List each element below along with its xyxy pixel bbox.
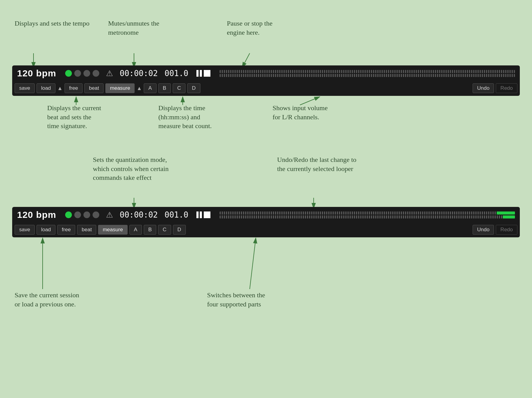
annotation-beat-signature: Displays the currentbeat and sets thetim… (47, 103, 101, 131)
save-button-2[interactable]: save (15, 225, 35, 235)
beat-circle-2-2 (74, 211, 81, 218)
measure-display-2: 001.0 (164, 210, 188, 219)
pause-bar-right-2 (200, 211, 202, 218)
b-button-1[interactable]: B (158, 83, 171, 93)
transport-bottom-1: save load ▲ free beat measure ▲ A B C D … (12, 81, 520, 95)
undo-button-2[interactable]: Undo (473, 225, 494, 235)
pause-bar-left-2 (196, 211, 199, 218)
vu-row-top-2 (220, 211, 515, 215)
beat-circle-4 (93, 70, 99, 77)
transport-top-1: 120 bpm ⚠ 00:00:02 001.0 (12, 65, 520, 81)
beat-circle-1 (65, 70, 72, 77)
vu-row-top-1 (220, 70, 515, 73)
beat-button-2[interactable]: beat (77, 225, 96, 235)
beat-circle-2-3 (83, 211, 90, 218)
up-arrow-1: ▲ (57, 85, 63, 92)
save-button-1[interactable]: save (15, 83, 35, 93)
stop-button-1[interactable] (204, 70, 210, 77)
stop-button-2[interactable] (204, 211, 210, 218)
measure-button-1[interactable]: measure (105, 83, 135, 93)
metronome-icon-2[interactable]: ⚠ (106, 210, 113, 220)
bpm-display-2[interactable]: 120 bpm (17, 210, 60, 220)
pause-button-2[interactable] (196, 211, 202, 218)
transport-bar-1: 120 bpm ⚠ 00:00:02 001.0 (12, 65, 520, 96)
annotation-tempo: Displays and sets the tempo (15, 19, 90, 28)
beat-circles-1 (65, 70, 99, 77)
free-button-1[interactable]: free (65, 83, 83, 93)
beat-circle-2 (74, 70, 81, 77)
redo-button-1[interactable]: Redo (496, 83, 517, 93)
pause-button-1[interactable] (196, 70, 202, 77)
d-button-2[interactable]: D (173, 225, 186, 235)
transport-controls-2 (196, 211, 210, 218)
time-display-1: 00:00:02 (120, 69, 158, 78)
annotation-parts: Switches between thefour supported parts (207, 291, 265, 309)
beat-circle-3 (83, 70, 90, 77)
measure-display-1: 001.0 (164, 69, 188, 78)
beat-button-1[interactable]: beat (84, 83, 104, 93)
transport-controls-1 (196, 70, 210, 77)
annotation-quantization: Sets the quantization mode,which control… (93, 155, 169, 182)
beat-circle-2-1 (65, 211, 72, 218)
beat-circles-2 (65, 211, 99, 218)
redo-button-2[interactable]: Redo (496, 225, 517, 235)
vu-meter-2 (217, 211, 515, 218)
d-button-1[interactable]: D (187, 83, 200, 93)
pause-bar-left (196, 70, 199, 77)
transport-bottom-2: save load free beat measure A B C D Undo… (12, 223, 520, 237)
transport-top-2: 120 bpm ⚠ 00:00:02 001.0 (12, 207, 520, 223)
up-arrow-2: ▲ (136, 85, 142, 92)
load-button-1[interactable]: load (37, 83, 55, 93)
annotation-save-load: Save the current sessionor load a previo… (15, 291, 79, 309)
annotation-pause-stop: Pause or stop theengine here. (227, 19, 273, 37)
vu-green-top (497, 211, 515, 215)
pause-bar-right (200, 70, 202, 77)
a-button-1[interactable]: A (144, 83, 156, 93)
a-button-2[interactable]: A (129, 225, 142, 235)
svg-line-10 (250, 238, 256, 289)
bpm-display-1[interactable]: 120 bpm (17, 68, 60, 79)
annotation-metronome: Mutes/unmutes themetronome (108, 19, 159, 37)
vu-green-bottom (503, 215, 515, 218)
time-display-2: 00:00:02 (120, 210, 158, 219)
c-button-1[interactable]: C (173, 83, 185, 93)
vu-meter-1 (217, 70, 515, 77)
beat-circle-2-4 (93, 211, 99, 218)
metronome-icon-1[interactable]: ⚠ (106, 69, 113, 78)
vu-row-bottom-2 (220, 215, 515, 218)
annotation-undo-redo: Undo/Redo the last change tothe currentl… (277, 155, 356, 173)
annotation-time-display: Displays the time(hh:mm:ss) andmeasure b… (158, 103, 212, 131)
transport-bar-2: 120 bpm ⚠ 00:00:02 001.0 (12, 207, 520, 237)
c-button-2[interactable]: C (158, 225, 171, 235)
load-button-2[interactable]: load (37, 225, 55, 235)
vu-row-bottom-1 (220, 74, 515, 77)
free-button-2[interactable]: free (57, 225, 75, 235)
b-button-2[interactable]: B (144, 225, 156, 235)
undo-button-1[interactable]: Undo (473, 83, 494, 93)
annotation-input-volume: Shows input volumefor L/R channels. (273, 103, 328, 121)
measure-button-2[interactable]: measure (98, 225, 127, 235)
